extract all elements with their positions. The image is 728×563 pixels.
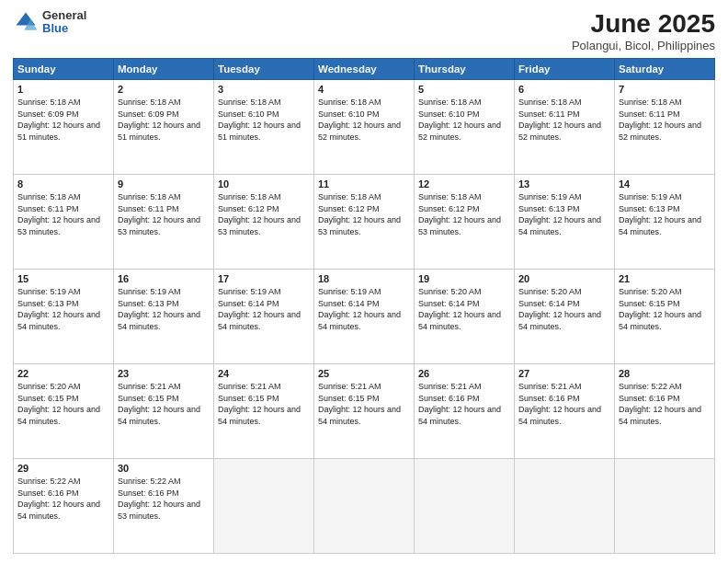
day-info: Sunrise: 5:18 AMSunset: 6:10 PMDaylight:… xyxy=(418,97,510,143)
header-saturday: Saturday xyxy=(615,59,715,80)
calendar-day-15: 15Sunrise: 5:19 AMSunset: 6:13 PMDayligh… xyxy=(14,270,114,364)
day-number: 18 xyxy=(318,273,410,284)
day-number: 24 xyxy=(218,368,310,379)
calendar-day-17: 17Sunrise: 5:19 AMSunset: 6:14 PMDayligh… xyxy=(214,270,314,364)
day-info: Sunrise: 5:22 AMSunset: 6:16 PMDaylight:… xyxy=(17,476,109,522)
day-number: 16 xyxy=(118,273,210,284)
logo: General Blue xyxy=(13,9,86,36)
page: General Blue June 2025 Polangui, Bicol, … xyxy=(0,0,728,563)
day-info: Sunrise: 5:18 AMSunset: 6:09 PMDaylight:… xyxy=(118,97,210,143)
day-info: Sunrise: 5:22 AMSunset: 6:16 PMDaylight:… xyxy=(619,381,711,427)
calendar-day-3: 3Sunrise: 5:18 AMSunset: 6:10 PMDaylight… xyxy=(214,80,314,175)
calendar-day-30: 30Sunrise: 5:22 AMSunset: 6:16 PMDayligh… xyxy=(114,459,214,554)
day-number: 5 xyxy=(418,84,510,95)
day-number: 30 xyxy=(118,463,210,474)
day-info: Sunrise: 5:21 AMSunset: 6:16 PMDaylight:… xyxy=(418,381,510,427)
empty-cell xyxy=(415,459,515,554)
day-info: Sunrise: 5:21 AMSunset: 6:16 PMDaylight:… xyxy=(518,381,610,427)
calendar-week-2: 8Sunrise: 5:18 AMSunset: 6:11 PMDaylight… xyxy=(14,175,715,270)
weekday-header-row: Sunday Monday Tuesday Wednesday Thursday… xyxy=(14,59,715,80)
day-info: Sunrise: 5:18 AMSunset: 6:12 PMDaylight:… xyxy=(218,191,310,237)
calendar-day-24: 24Sunrise: 5:21 AMSunset: 6:15 PMDayligh… xyxy=(214,364,314,459)
calendar-day-14: 14Sunrise: 5:19 AMSunset: 6:13 PMDayligh… xyxy=(615,175,715,270)
day-number: 11 xyxy=(318,178,410,190)
calendar-day-6: 6Sunrise: 5:18 AMSunset: 6:11 PMDaylight… xyxy=(515,80,615,175)
calendar-day-27: 27Sunrise: 5:21 AMSunset: 6:16 PMDayligh… xyxy=(515,364,615,459)
day-number: 1 xyxy=(17,84,109,95)
header-sunday: Sunday xyxy=(14,59,114,80)
header-friday: Friday xyxy=(515,59,615,80)
logo-icon xyxy=(13,9,39,35)
day-number: 22 xyxy=(17,368,109,379)
calendar-table: Sunday Monday Tuesday Wednesday Thursday… xyxy=(13,58,715,554)
day-info: Sunrise: 5:19 AMSunset: 6:13 PMDaylight:… xyxy=(619,191,711,237)
day-number: 19 xyxy=(418,273,510,284)
day-info: Sunrise: 5:18 AMSunset: 6:10 PMDaylight:… xyxy=(218,97,310,143)
calendar-day-23: 23Sunrise: 5:21 AMSunset: 6:15 PMDayligh… xyxy=(114,364,214,459)
calendar-day-10: 10Sunrise: 5:18 AMSunset: 6:12 PMDayligh… xyxy=(214,175,314,270)
day-info: Sunrise: 5:19 AMSunset: 6:13 PMDaylight:… xyxy=(518,191,610,237)
day-number: 6 xyxy=(518,84,610,95)
day-info: Sunrise: 5:19 AMSunset: 6:13 PMDaylight:… xyxy=(17,286,109,332)
day-info: Sunrise: 5:18 AMSunset: 6:09 PMDaylight:… xyxy=(17,97,109,143)
day-number: 29 xyxy=(17,463,109,474)
calendar-day-13: 13Sunrise: 5:19 AMSunset: 6:13 PMDayligh… xyxy=(515,175,615,270)
empty-cell xyxy=(214,459,314,554)
logo-text: General Blue xyxy=(42,9,86,36)
day-number: 23 xyxy=(118,368,210,379)
calendar-week-4: 22Sunrise: 5:20 AMSunset: 6:15 PMDayligh… xyxy=(14,364,715,459)
empty-cell xyxy=(615,459,715,554)
day-number: 9 xyxy=(118,178,210,190)
calendar-day-4: 4Sunrise: 5:18 AMSunset: 6:10 PMDaylight… xyxy=(314,80,415,175)
day-number: 26 xyxy=(418,368,510,379)
location: Polangui, Bicol, Philippines xyxy=(572,39,715,52)
title-block: June 2025 Polangui, Bicol, Philippines xyxy=(572,9,715,52)
day-number: 21 xyxy=(619,273,711,284)
calendar-day-5: 5Sunrise: 5:18 AMSunset: 6:10 PMDaylight… xyxy=(415,80,515,175)
day-number: 4 xyxy=(318,84,410,95)
calendar-day-25: 25Sunrise: 5:21 AMSunset: 6:15 PMDayligh… xyxy=(314,364,415,459)
day-number: 27 xyxy=(518,368,610,379)
empty-cell xyxy=(314,459,415,554)
day-info: Sunrise: 5:20 AMSunset: 6:14 PMDaylight:… xyxy=(418,286,510,332)
calendar-day-21: 21Sunrise: 5:20 AMSunset: 6:15 PMDayligh… xyxy=(615,270,715,364)
header-thursday: Thursday xyxy=(415,59,515,80)
day-number: 3 xyxy=(218,84,310,95)
day-number: 28 xyxy=(619,368,711,379)
day-number: 13 xyxy=(518,178,610,190)
day-info: Sunrise: 5:21 AMSunset: 6:15 PMDaylight:… xyxy=(218,381,310,427)
calendar-day-1: 1Sunrise: 5:18 AMSunset: 6:09 PMDaylight… xyxy=(14,80,114,175)
day-info: Sunrise: 5:20 AMSunset: 6:15 PMDaylight:… xyxy=(17,381,109,427)
day-number: 10 xyxy=(218,178,310,190)
day-number: 15 xyxy=(17,273,109,284)
day-info: Sunrise: 5:18 AMSunset: 6:11 PMDaylight:… xyxy=(518,97,610,143)
day-info: Sunrise: 5:18 AMSunset: 6:12 PMDaylight:… xyxy=(318,191,410,237)
logo-general: General xyxy=(42,9,86,22)
day-info: Sunrise: 5:21 AMSunset: 6:15 PMDaylight:… xyxy=(118,381,210,427)
calendar-day-20: 20Sunrise: 5:20 AMSunset: 6:14 PMDayligh… xyxy=(515,270,615,364)
day-number: 14 xyxy=(619,178,711,190)
calendar-day-11: 11Sunrise: 5:18 AMSunset: 6:12 PMDayligh… xyxy=(314,175,415,270)
day-number: 25 xyxy=(318,368,410,379)
calendar-day-29: 29Sunrise: 5:22 AMSunset: 6:16 PMDayligh… xyxy=(14,459,114,554)
day-info: Sunrise: 5:19 AMSunset: 6:14 PMDaylight:… xyxy=(218,286,310,332)
day-info: Sunrise: 5:18 AMSunset: 6:11 PMDaylight:… xyxy=(619,97,711,143)
day-info: Sunrise: 5:19 AMSunset: 6:13 PMDaylight:… xyxy=(118,286,210,332)
calendar-day-22: 22Sunrise: 5:20 AMSunset: 6:15 PMDayligh… xyxy=(14,364,114,459)
calendar-day-19: 19Sunrise: 5:20 AMSunset: 6:14 PMDayligh… xyxy=(415,270,515,364)
day-number: 12 xyxy=(418,178,510,190)
day-info: Sunrise: 5:18 AMSunset: 6:12 PMDaylight:… xyxy=(418,191,510,237)
day-info: Sunrise: 5:20 AMSunset: 6:14 PMDaylight:… xyxy=(518,286,610,332)
day-number: 17 xyxy=(218,273,310,284)
calendar-day-18: 18Sunrise: 5:19 AMSunset: 6:14 PMDayligh… xyxy=(314,270,415,364)
calendar-week-5: 29Sunrise: 5:22 AMSunset: 6:16 PMDayligh… xyxy=(14,459,715,554)
empty-cell xyxy=(515,459,615,554)
day-info: Sunrise: 5:20 AMSunset: 6:15 PMDaylight:… xyxy=(619,286,711,332)
calendar-day-26: 26Sunrise: 5:21 AMSunset: 6:16 PMDayligh… xyxy=(415,364,515,459)
calendar-day-28: 28Sunrise: 5:22 AMSunset: 6:16 PMDayligh… xyxy=(615,364,715,459)
day-info: Sunrise: 5:18 AMSunset: 6:10 PMDaylight:… xyxy=(318,97,410,143)
header-monday: Monday xyxy=(114,59,214,80)
calendar-week-3: 15Sunrise: 5:19 AMSunset: 6:13 PMDayligh… xyxy=(14,270,715,364)
header-wednesday: Wednesday xyxy=(314,59,415,80)
calendar-day-8: 8Sunrise: 5:18 AMSunset: 6:11 PMDaylight… xyxy=(14,175,114,270)
